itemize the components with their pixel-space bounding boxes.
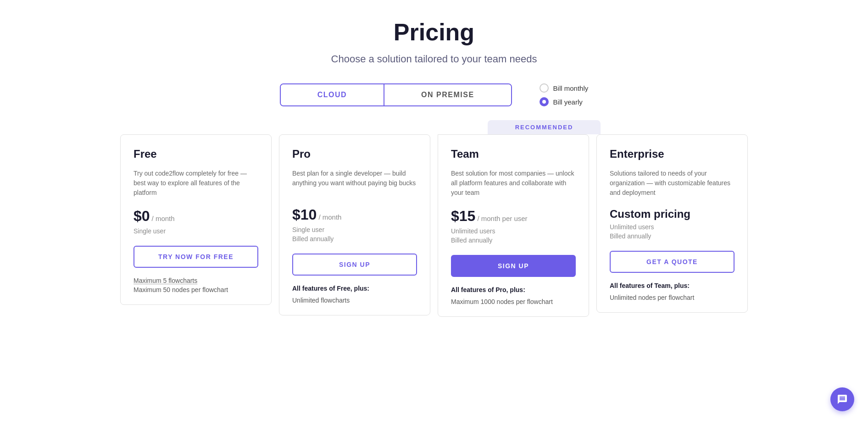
plan-billing-info-pro: Billed annually [292, 235, 417, 243]
plan-name-enterprise: Enterprise [610, 148, 734, 160]
plan-features-title-pro: All features of Free, plus: [292, 285, 417, 292]
plan-billing-info-team: Billed annually [451, 237, 576, 244]
plan-price-main-pro: $10 [292, 206, 317, 223]
chat-icon [837, 394, 848, 405]
recommended-banner-wrapper: RECOMMENDED [9, 120, 859, 134]
plan-price-period-team: / month per user [477, 215, 527, 222]
billing-monthly-radio[interactable] [540, 83, 549, 93]
billing-yearly-label: Bill yearly [553, 98, 583, 106]
plan-user-info-free: Single user [134, 227, 258, 235]
plan-price-period-pro: / month [318, 213, 341, 221]
plan-user-info-enterprise: Unlimited users [610, 223, 734, 231]
plan-billing-info-enterprise: Billed annually [610, 232, 734, 240]
plan-name-team: Team [451, 148, 576, 160]
billing-yearly-radio[interactable] [540, 97, 549, 106]
billing-options: Bill monthly Bill yearly [540, 83, 589, 106]
plan-card-enterprise: Enterprise Solutions tailored to needs o… [596, 134, 748, 313]
plan-card-free: Free Try out code2flow completely for fr… [120, 134, 272, 305]
page-subtitle: Choose a solution tailored to your team … [9, 53, 859, 65]
plan-feature-free-1: Maximum 50 nodes per flowchart [134, 286, 258, 293]
plan-card-pro: Pro Best plan for a single developer — b… [279, 134, 430, 315]
plan-cta-team[interactable]: SIGN UP [451, 255, 576, 277]
plan-price-main-team: $15 [451, 208, 475, 225]
tab-cloud-button[interactable]: CLOUD [281, 84, 384, 105]
plan-price-main-free: $0 [134, 208, 150, 225]
plan-price-row-team: $15 / month per user [451, 208, 576, 225]
plan-description-enterprise: Solutions tailored to needs of your orga… [610, 169, 734, 198]
plan-description-pro: Best plan for a single developer — build… [292, 169, 417, 196]
plan-feature-team-0: Maximum 1000 nodes per flowchart [451, 298, 576, 305]
plan-cta-free[interactable]: TRY NOW FOR FREE [134, 246, 258, 268]
recommended-banner: RECOMMENDED [488, 120, 601, 134]
billing-monthly-label: Bill monthly [553, 84, 589, 92]
toggle-billing-section: CLOUD ON PREMISE Bill monthly Bill yearl… [9, 83, 859, 106]
plan-feature-free-0: Maximum 5 flowcharts [134, 277, 258, 284]
tab-toggle: CLOUD ON PREMISE [280, 83, 512, 106]
plan-description-free: Try out code2flow completely for free — … [134, 169, 258, 198]
plan-features-title-team: All features of Pro, plus: [451, 286, 576, 293]
plan-user-info-pro: Single user [292, 226, 417, 233]
plan-name-pro: Pro [292, 148, 417, 160]
plan-description-team: Best solution for most companies — unloc… [451, 169, 576, 198]
plan-price-row-pro: $10 / month [292, 206, 417, 223]
plan-price-row-free: $0 / month [134, 208, 258, 225]
plan-name-free: Free [134, 148, 258, 160]
plan-user-info-team: Unlimited users [451, 227, 576, 235]
plans-container: Free Try out code2flow completely for fr… [9, 134, 859, 317]
billing-monthly-option[interactable]: Bill monthly [540, 83, 589, 93]
plan-card-team: Team Best solution for most companies — … [438, 134, 589, 317]
plan-feature-enterprise-0: Unlimited nodes per flowchart [610, 294, 734, 301]
billing-yearly-option[interactable]: Bill yearly [540, 97, 589, 106]
plan-features-title-enterprise: All features of Team, plus: [610, 282, 734, 289]
plan-feature-pro-0: Unlimited flowcharts [292, 297, 417, 304]
plan-cta-pro[interactable]: SIGN UP [292, 254, 417, 276]
plan-price-custom-enterprise: Custom pricing [610, 208, 734, 221]
page-title: Pricing [9, 18, 859, 46]
chat-bubble-button[interactable] [830, 387, 854, 411]
plan-cta-enterprise[interactable]: GET A QUOTE [610, 251, 734, 273]
plan-price-period-free: / month [152, 215, 175, 222]
tab-on-premise-button[interactable]: ON PREMISE [384, 84, 511, 105]
